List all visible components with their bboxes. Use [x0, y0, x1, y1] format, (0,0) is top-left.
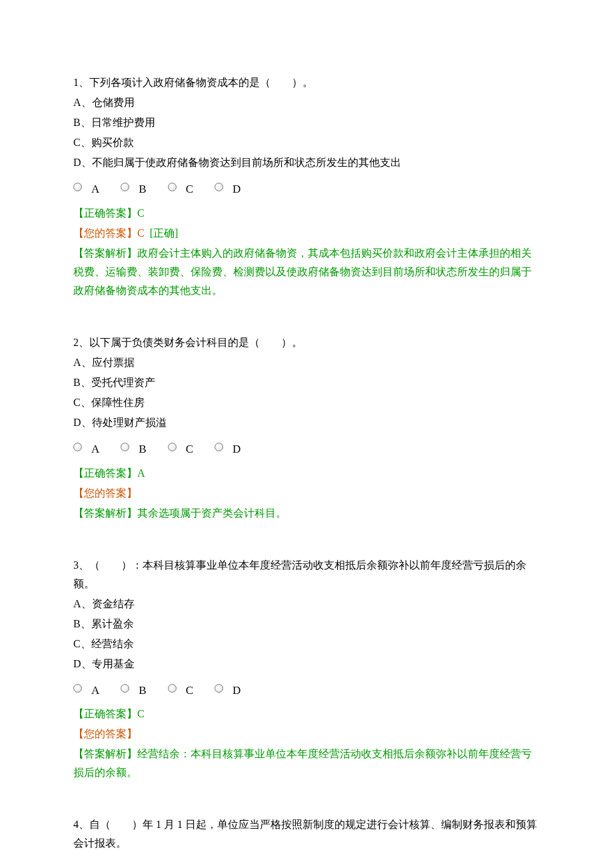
question-1: 1、下列各项计入政府储备物资成本的是（ ）。 A、仓储费用 B、日常维护费用 C… — [73, 73, 540, 300]
q1-explain: 【答案解析】政府会计主体购入的政府储备物资，其成本包括购买价款和政府会计主体承担… — [73, 244, 540, 300]
q1-option-d: D、不能归属于使政府储备物资达到目前场所和状态所发生的其他支出 — [73, 153, 540, 172]
q3-stem: 3、（ ）：本科目核算事业单位本年度经营活动收支相抵后余额弥补以前年度经营亏损后… — [73, 556, 540, 593]
radio-icon — [168, 684, 177, 693]
q3-your-answer: 【您的答案】 — [73, 725, 540, 743]
q4-stem: 4、自（ ）年 1 月 1 日起，单位应当严格按照新制度的规定进行会计核算、编制… — [73, 815, 540, 853]
correct-value: C — [137, 207, 145, 219]
question-4: 4、自（ ）年 1 月 1 日起，单位应当严格按照新制度的规定进行会计核算、编制… — [73, 815, 540, 853]
q2-option-b: B、受托代理资产 — [73, 373, 540, 392]
q3-radio-c[interactable]: C — [168, 679, 193, 699]
radio-icon — [215, 443, 223, 451]
correct-label: 【正确答案】 — [73, 467, 137, 479]
radio-label: B — [139, 681, 146, 701]
correct-value: A — [137, 467, 145, 479]
radio-icon — [215, 684, 223, 693]
radio-label: C — [186, 681, 193, 701]
radio-label: B — [139, 439, 146, 459]
spacer — [73, 541, 540, 556]
q1-your-answer: 【您的答案】C[正确] — [73, 224, 540, 243]
q2-radio-d[interactable]: D — [215, 437, 241, 457]
q2-correct-answer: 【正确答案】A — [73, 464, 540, 483]
q1-radio-c[interactable]: C — [168, 177, 193, 197]
your-value: C — [137, 227, 145, 239]
q3-radio-row: A B C D — [73, 679, 540, 699]
radio-label: D — [233, 681, 241, 701]
radio-icon — [73, 183, 82, 191]
q1-option-b: B、日常维护费用 — [73, 113, 540, 132]
q1-radio-d[interactable]: D — [215, 177, 241, 197]
q2-option-c: C、保障性住房 — [73, 393, 540, 412]
question-3: 3、（ ）：本科目核算事业单位本年度经营活动收支相抵后余额弥补以前年度经营亏损后… — [73, 556, 540, 783]
q3-correct-answer: 【正确答案】C — [73, 705, 540, 723]
q2-explain: 【答案解析】其余选项属于资产类会计科目。 — [73, 504, 540, 523]
radio-icon — [168, 183, 177, 191]
radio-icon — [121, 183, 129, 191]
your-label: 【您的答案】 — [73, 728, 137, 739]
q2-option-a: A、应付票据 — [73, 353, 540, 372]
q2-option-d: D、待处理财产损溢 — [73, 413, 540, 432]
spacer — [73, 801, 540, 815]
q1-correct-answer: 【正确答案】C — [73, 204, 540, 223]
q2-radio-b[interactable]: B — [121, 437, 146, 457]
q1-radio-a[interactable]: A — [73, 177, 99, 197]
q2-stem: 2、以下属于负债类财务会计科目的是（ ）。 — [73, 333, 540, 352]
q1-radio-row: A B C D — [73, 177, 540, 197]
q3-option-a: A、资金结存 — [73, 595, 540, 613]
radio-label: D — [233, 439, 241, 459]
your-label: 【您的答案】 — [73, 227, 137, 239]
q2-radio-a[interactable]: A — [73, 437, 99, 457]
radio-icon — [121, 443, 129, 451]
q1-radio-b[interactable]: B — [121, 177, 146, 197]
q3-option-d: D、专用基金 — [73, 655, 540, 673]
radio-icon — [215, 183, 223, 191]
radio-label: C — [186, 179, 193, 199]
radio-label: A — [91, 681, 99, 701]
radio-label: C — [186, 439, 193, 459]
radio-icon — [73, 443, 82, 451]
radio-label: A — [91, 439, 99, 459]
q3-radio-a[interactable]: A — [73, 679, 99, 699]
radio-label: D — [233, 179, 241, 199]
question-2: 2、以下属于负债类财务会计科目的是（ ）。 A、应付票据 B、受托代理资产 C、… — [73, 333, 540, 523]
spacer — [73, 319, 540, 333]
q1-stem: 1、下列各项计入政府储备物资成本的是（ ）。 — [73, 73, 540, 92]
radio-icon — [168, 443, 177, 451]
radio-icon — [121, 684, 129, 693]
correct-label: 【正确答案】 — [73, 708, 137, 719]
your-label: 【您的答案】 — [73, 487, 137, 499]
q2-radio-c[interactable]: C — [168, 437, 193, 457]
correct-value: C — [137, 708, 145, 719]
q1-option-a: A、仓储费用 — [73, 93, 540, 112]
radio-label: B — [139, 179, 146, 199]
q3-radio-d[interactable]: D — [215, 679, 241, 699]
q2-radio-row: A B C D — [73, 437, 540, 457]
q2-your-answer: 【您的答案】 — [73, 484, 540, 503]
radio-label: A — [91, 179, 99, 199]
radio-icon — [73, 684, 82, 693]
correct-label: 【正确答案】 — [73, 207, 137, 219]
status-correct: [正确] — [150, 227, 179, 239]
q3-explain: 【答案解析】经营结余：本科目核算事业单位本年度经营活动收支相抵后余额弥补以前年度… — [73, 745, 540, 782]
q3-option-c: C、经营结余 — [73, 635, 540, 653]
q3-option-b: B、累计盈余 — [73, 615, 540, 633]
q3-radio-b[interactable]: B — [121, 679, 146, 699]
q1-option-c: C、购买价款 — [73, 133, 540, 152]
